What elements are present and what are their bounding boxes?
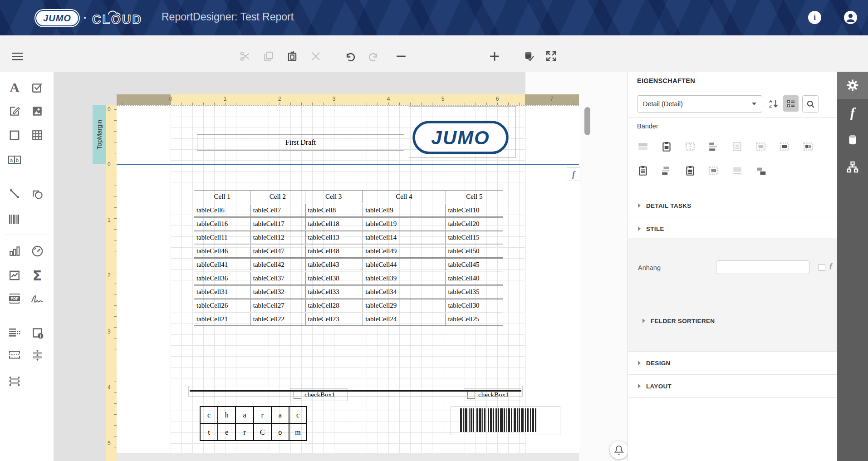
element-selector-dropdown[interactable]: Detail (Detail) (637, 95, 762, 113)
comb-cell[interactable]: o (272, 424, 289, 440)
image-element-jumo-logo[interactable]: JUMO (409, 106, 516, 158)
comb-cell[interactable]: e (218, 424, 236, 440)
band-icon-6[interactable] (754, 140, 768, 153)
band-icon-9[interactable] (636, 164, 650, 177)
top-margin-band[interactable]: TopMargin (93, 105, 106, 164)
table-cell[interactable]: tableCell25 (446, 313, 503, 325)
band-icon-10[interactable] (660, 164, 673, 177)
comb-cell[interactable]: r (254, 407, 272, 423)
table-header-cell[interactable]: Cell 4 (363, 191, 446, 203)
table-row[interactable]: tableCell46tableCell47tableCell48tableCe… (194, 245, 503, 257)
signature-tool-icon[interactable] (29, 290, 45, 307)
band-icon-5[interactable] (731, 140, 744, 153)
checkbox-tool-icon[interactable] (29, 79, 45, 96)
panel-rectangle-tool-icon[interactable] (6, 127, 23, 143)
richtext-tool-icon[interactable] (6, 103, 23, 119)
table-row[interactable]: tableCell36tableCell37tableCell38tableCe… (194, 272, 503, 284)
band-icon-7[interactable] (778, 140, 791, 153)
table-cell[interactable]: tableCell38 (306, 272, 363, 284)
table-cell[interactable]: tableCell43 (306, 259, 363, 271)
line-element[interactable] (188, 386, 523, 397)
table-cell[interactable]: tableCell22 (251, 313, 306, 325)
fullscreen-icon[interactable] (544, 49, 559, 64)
page-break-tool-icon[interactable] (6, 347, 23, 363)
table-cell[interactable]: tableCell41 (194, 259, 251, 271)
comb-cell[interactable]: c (201, 407, 218, 423)
text-label-tool-icon[interactable]: A (6, 79, 23, 96)
table-cell[interactable]: tableCell19 (363, 218, 446, 230)
band-icon-2[interactable] (660, 140, 673, 153)
pdf-tool-icon[interactable]: PDF (6, 290, 23, 307)
table-cell[interactable]: tableCell33 (306, 286, 363, 298)
table-cell[interactable]: tableCell30 (446, 299, 503, 312)
table-cell[interactable]: tableCell9 (363, 204, 446, 216)
table-header-cell[interactable]: Cell 3 (305, 191, 363, 203)
image-tool-icon[interactable] (29, 103, 45, 119)
band-icon-14[interactable] (754, 164, 768, 177)
paste-icon[interactable] (284, 49, 300, 64)
table-cell[interactable]: tableCell47 (251, 245, 306, 257)
table-cell[interactable]: tableCell39 (363, 272, 446, 284)
table-cell[interactable]: tableCell45 (446, 259, 503, 271)
comb-cell[interactable]: a (236, 407, 254, 423)
text-element-first-draft[interactable]: First Draft (197, 134, 404, 151)
table-element[interactable]: Cell 1Cell 2Cell 3Cell 4Cell 5tableCell6… (194, 191, 503, 327)
table-tool-icon[interactable] (29, 127, 45, 143)
redo-icon[interactable] (365, 49, 381, 64)
comb-cell[interactable]: r (236, 424, 254, 440)
comb-cell[interactable]: m (289, 424, 306, 440)
table-cell[interactable]: tableCell26 (194, 299, 251, 312)
table-cell[interactable]: tableCell37 (251, 272, 306, 284)
table-cell[interactable]: tableCell12 (251, 231, 306, 244)
anhang-checkbox[interactable] (819, 264, 825, 271)
line-tool-icon[interactable] (6, 186, 23, 202)
band-icon-12[interactable] (707, 164, 721, 177)
search-properties-button[interactable] (802, 95, 819, 113)
table-cell[interactable]: tableCell24 (363, 313, 446, 325)
anhang-fx-icon[interactable]: ƒ (829, 261, 833, 270)
table-cell[interactable]: tableCell35 (446, 286, 503, 298)
table-cell[interactable]: tableCell29 (363, 299, 446, 312)
barcode-element[interactable] (451, 406, 560, 435)
band-icon-1[interactable] (636, 140, 650, 153)
table-cell[interactable]: tableCell10 (446, 204, 503, 216)
rail-structure-button[interactable] (837, 153, 868, 181)
table-cell[interactable]: tableCell14 (363, 231, 446, 244)
band-icon-3[interactable] (683, 140, 697, 153)
table-cell[interactable]: tableCell8 (306, 204, 363, 216)
band-icon-13[interactable] (731, 164, 744, 177)
section-stile[interactable]: STILE (628, 217, 838, 240)
chart-tool-icon[interactable] (6, 243, 23, 259)
table-header-row[interactable]: Cell 1Cell 2Cell 3Cell 4Cell 5 (194, 191, 503, 203)
table-header-cell[interactable]: Cell 1 (194, 191, 250, 203)
table-cell[interactable]: tableCell50 (446, 245, 503, 257)
table-cell[interactable]: tableCell21 (194, 313, 251, 325)
table-cell[interactable]: tableCell31 (194, 286, 251, 298)
validate-report-icon[interactable] (521, 49, 536, 64)
table-row[interactable]: tableCell26tableCell27tableCell28tableCe… (194, 299, 503, 312)
table-row[interactable]: tableCell11tableCell12tableCell13tableCe… (194, 231, 503, 244)
table-header-cell[interactable]: Cell 2 (250, 191, 305, 203)
table-cell[interactable]: tableCell11 (194, 231, 251, 244)
character-comb-tool-icon[interactable]: ab (6, 152, 23, 168)
table-cell[interactable]: tableCell15 (446, 231, 503, 244)
rail-settings-button[interactable] (837, 72, 868, 99)
table-cell[interactable]: tableCell49 (363, 245, 446, 257)
table-row[interactable]: tableCell31tableCell32tableCell33tableCe… (194, 286, 503, 298)
vertical-spacing-tool-icon[interactable] (29, 347, 45, 363)
comb-cell[interactable]: c (289, 407, 306, 423)
table-cell[interactable]: tableCell20 (446, 218, 503, 230)
table-cell[interactable]: tableCell6 (194, 204, 251, 216)
table-cell[interactable]: tableCell36 (194, 272, 251, 284)
table-cell[interactable]: tableCell28 (306, 299, 363, 312)
cut-icon[interactable] (237, 49, 253, 64)
group-properties-button[interactable] (783, 95, 799, 112)
table-cell[interactable]: tableCell7 (251, 204, 306, 216)
shape-tool-icon[interactable] (29, 186, 45, 202)
band-icon-8[interactable] (801, 140, 815, 153)
sort-alphabetical-button[interactable]: AZ (766, 95, 781, 112)
section-felder-sortieren[interactable]: FELDER SORTIEREN (628, 310, 838, 331)
section-design[interactable]: DESIGN (628, 352, 838, 374)
table-header-cell[interactable]: Cell 5 (446, 191, 503, 203)
table-row[interactable]: tableCell21tableCell22tableCell23tableCe… (194, 313, 503, 325)
